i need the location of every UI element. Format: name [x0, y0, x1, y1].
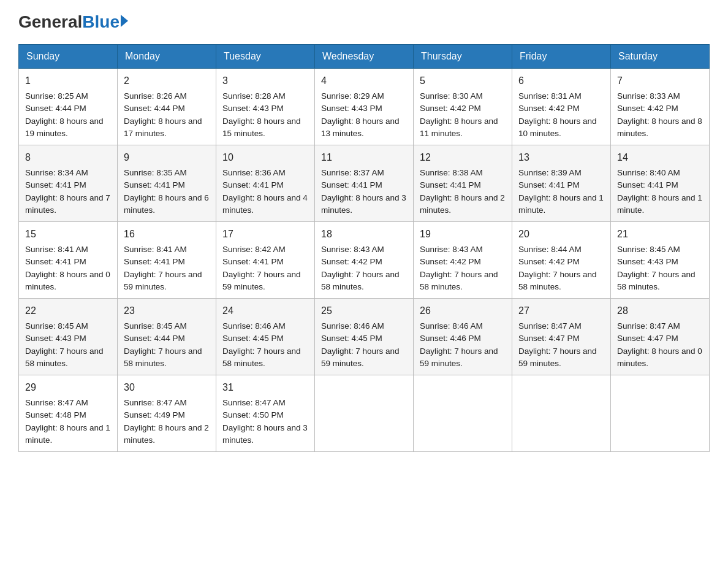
calendar-cell: 24 Sunrise: 8:46 AM Sunset: 4:45 PM Dayl… — [216, 299, 315, 375]
day-number: 16 — [124, 227, 210, 242]
day-number: 31 — [222, 380, 308, 395]
day-sunrise: Sunrise: 8:40 AM — [617, 168, 680, 177]
logo-blue-part: Blue — [82, 12, 128, 32]
calendar-cell — [512, 375, 611, 452]
day-sunset: Sunset: 4:47 PM — [518, 334, 580, 343]
calendar-cell: 19 Sunrise: 8:43 AM Sunset: 4:42 PM Dayl… — [414, 222, 512, 299]
day-sunset: Sunset: 4:48 PM — [25, 410, 86, 419]
day-sunset: Sunset: 4:41 PM — [420, 180, 481, 190]
day-daylight: Daylight: 8 hours and 2 minutes. — [124, 423, 209, 445]
day-daylight: Daylight: 8 hours and 8 minutes. — [617, 117, 702, 138]
day-daylight: Daylight: 8 hours and 17 minutes. — [124, 117, 202, 138]
day-sunrise: Sunrise: 8:45 AM — [25, 321, 88, 331]
logo-triangle-icon — [121, 15, 128, 27]
day-sunset: Sunset: 4:46 PM — [420, 334, 481, 343]
calendar-cell: 10 Sunrise: 8:36 AM Sunset: 4:41 PM Dayl… — [216, 145, 315, 222]
page-header: General Blue — [18, 12, 710, 32]
day-daylight: Daylight: 7 hours and 59 minutes. — [321, 347, 400, 368]
day-daylight: Daylight: 7 hours and 58 minutes. — [420, 270, 498, 291]
day-number: 13 — [518, 150, 604, 165]
day-number: 5 — [420, 74, 506, 88]
day-number: 18 — [321, 227, 407, 242]
day-sunset: Sunset: 4:42 PM — [617, 104, 678, 113]
calendar-cell: 14 Sunrise: 8:40 AM Sunset: 4:41 PM Dayl… — [611, 145, 710, 222]
day-number: 27 — [518, 304, 604, 318]
day-daylight: Daylight: 8 hours and 6 minutes. — [124, 193, 209, 215]
day-sunset: Sunset: 4:41 PM — [25, 180, 86, 190]
day-sunset: Sunset: 4:43 PM — [25, 334, 86, 343]
calendar-week-row: 8 Sunrise: 8:34 AM Sunset: 4:41 PM Dayli… — [19, 145, 710, 222]
day-number: 25 — [321, 304, 407, 318]
calendar-cell: 30 Sunrise: 8:47 AM Sunset: 4:49 PM Dayl… — [118, 375, 216, 452]
calendar-cell — [611, 375, 710, 452]
day-daylight: Daylight: 7 hours and 58 minutes. — [617, 270, 696, 291]
calendar-cell: 2 Sunrise: 8:26 AM Sunset: 4:44 PM Dayli… — [118, 69, 216, 145]
calendar-cell — [315, 375, 414, 452]
day-sunrise: Sunrise: 8:34 AM — [25, 168, 88, 177]
calendar-week-row: 29 Sunrise: 8:47 AM Sunset: 4:48 PM Dayl… — [19, 375, 710, 452]
day-daylight: Daylight: 7 hours and 58 minutes. — [518, 270, 597, 291]
column-header-sunday: Sunday — [19, 45, 118, 69]
day-sunrise: Sunrise: 8:30 AM — [420, 91, 483, 101]
calendar-cell: 11 Sunrise: 8:37 AM Sunset: 4:41 PM Dayl… — [315, 145, 414, 222]
calendar-cell: 25 Sunrise: 8:46 AM Sunset: 4:45 PM Dayl… — [315, 299, 414, 375]
day-number: 7 — [617, 74, 703, 88]
day-number: 4 — [321, 74, 407, 88]
day-daylight: Daylight: 8 hours and 7 minutes. — [25, 193, 110, 215]
day-daylight: Daylight: 8 hours and 1 minute. — [617, 193, 702, 215]
day-number: 11 — [321, 150, 407, 165]
logo: General Blue — [18, 12, 128, 32]
calendar-table: SundayMondayTuesdayWednesdayThursdayFrid… — [18, 44, 710, 452]
day-number: 1 — [25, 74, 111, 88]
calendar-cell: 12 Sunrise: 8:38 AM Sunset: 4:41 PM Dayl… — [414, 145, 512, 222]
calendar-cell: 4 Sunrise: 8:29 AM Sunset: 4:43 PM Dayli… — [315, 69, 414, 145]
calendar-cell: 3 Sunrise: 8:28 AM Sunset: 4:43 PM Dayli… — [216, 69, 315, 145]
day-number: 24 — [222, 304, 308, 318]
day-number: 2 — [124, 74, 210, 88]
day-sunrise: Sunrise: 8:43 AM — [321, 245, 384, 254]
day-sunset: Sunset: 4:45 PM — [321, 334, 382, 343]
day-number: 17 — [222, 227, 308, 242]
day-sunrise: Sunrise: 8:39 AM — [518, 168, 582, 177]
day-sunset: Sunset: 4:41 PM — [321, 180, 382, 190]
day-sunset: Sunset: 4:44 PM — [25, 104, 86, 113]
day-sunrise: Sunrise: 8:31 AM — [518, 91, 582, 101]
day-daylight: Daylight: 8 hours and 0 minutes. — [617, 347, 702, 368]
column-header-thursday: Thursday — [414, 45, 512, 69]
day-number: 26 — [420, 304, 506, 318]
calendar-header-row: SundayMondayTuesdayWednesdayThursdayFrid… — [19, 45, 710, 69]
day-sunset: Sunset: 4:42 PM — [420, 104, 481, 113]
day-sunset: Sunset: 4:41 PM — [124, 257, 185, 266]
calendar-cell: 17 Sunrise: 8:42 AM Sunset: 4:41 PM Dayl… — [216, 222, 315, 299]
calendar-cell: 1 Sunrise: 8:25 AM Sunset: 4:44 PM Dayli… — [19, 69, 118, 145]
day-number: 15 — [25, 227, 111, 242]
day-number: 6 — [518, 74, 604, 88]
day-number: 20 — [518, 227, 604, 242]
day-sunrise: Sunrise: 8:46 AM — [420, 321, 483, 331]
column-header-tuesday: Tuesday — [216, 45, 315, 69]
day-sunset: Sunset: 4:42 PM — [420, 257, 481, 266]
day-daylight: Daylight: 8 hours and 4 minutes. — [222, 193, 308, 215]
calendar-cell: 13 Sunrise: 8:39 AM Sunset: 4:41 PM Dayl… — [512, 145, 611, 222]
calendar-cell: 9 Sunrise: 8:35 AM Sunset: 4:41 PM Dayli… — [118, 145, 216, 222]
column-header-friday: Friday — [512, 45, 611, 69]
day-daylight: Daylight: 7 hours and 58 minutes. — [321, 270, 400, 291]
day-daylight: Daylight: 8 hours and 13 minutes. — [321, 117, 400, 138]
day-daylight: Daylight: 8 hours and 2 minutes. — [420, 193, 505, 215]
calendar-cell: 27 Sunrise: 8:47 AM Sunset: 4:47 PM Dayl… — [512, 299, 611, 375]
day-number: 12 — [420, 150, 506, 165]
calendar-cell: 5 Sunrise: 8:30 AM Sunset: 4:42 PM Dayli… — [414, 69, 512, 145]
calendar-week-row: 1 Sunrise: 8:25 AM Sunset: 4:44 PM Dayli… — [19, 69, 710, 145]
calendar-cell: 6 Sunrise: 8:31 AM Sunset: 4:42 PM Dayli… — [512, 69, 611, 145]
calendar-cell: 23 Sunrise: 8:45 AM Sunset: 4:44 PM Dayl… — [118, 299, 216, 375]
day-daylight: Daylight: 8 hours and 0 minutes. — [25, 270, 110, 291]
day-daylight: Daylight: 7 hours and 59 minutes. — [420, 347, 498, 368]
day-daylight: Daylight: 7 hours and 58 minutes. — [25, 347, 104, 368]
day-sunset: Sunset: 4:41 PM — [124, 180, 185, 190]
calendar-cell: 18 Sunrise: 8:43 AM Sunset: 4:42 PM Dayl… — [315, 222, 414, 299]
day-sunset: Sunset: 4:44 PM — [124, 334, 185, 343]
day-sunrise: Sunrise: 8:47 AM — [617, 321, 680, 331]
calendar-cell: 31 Sunrise: 8:47 AM Sunset: 4:50 PM Dayl… — [216, 375, 315, 452]
day-sunset: Sunset: 4:43 PM — [321, 104, 382, 113]
day-number: 21 — [617, 227, 703, 242]
